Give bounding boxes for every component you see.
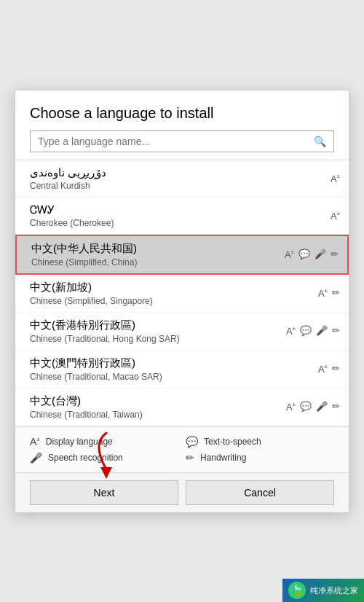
dialog-title: Choose a language to install <box>15 90 349 130</box>
search-bar[interactable]: 🔍 <box>30 130 334 152</box>
lang-subtitle: Chinese (Traditional, Macao SAR) <box>30 372 334 382</box>
font-icon: A± <box>318 287 328 298</box>
font-icon: A± <box>331 210 340 221</box>
language-install-dialog: Choose a language to install 🔍 دۆڕیڕیی ن… <box>15 90 349 513</box>
lang-name: دۆڕیڕیی ناوەندی <box>30 166 334 179</box>
font-icon: A± <box>331 173 340 184</box>
mic-legend-icon: 🎤 <box>30 452 42 464</box>
lang-subtitle: Central Kurdish <box>30 181 334 191</box>
legend-item-display-lang: A±Display language <box>30 436 178 447</box>
legend-item-handwriting: ✏Handwriting <box>186 452 334 464</box>
handwriting-icon: ✏ <box>331 249 339 259</box>
font-icon: A± <box>286 401 296 412</box>
lang-name: 中文(澳門特別行政區) <box>30 356 334 370</box>
lang-item-chinese-simplified-china[interactable]: 中文(中华人民共和国)Chinese (Simplified, China)A±… <box>15 235 349 275</box>
lang-icons: A± <box>331 173 340 184</box>
language-list: دۆڕیڕیی ناوەندیCentral KurdishA±ᏣᎳᎩChero… <box>15 160 349 426</box>
watermark-icon: 🍃 <box>288 582 306 599</box>
legend-label-speech-recognition: Speech recognition <box>48 453 123 463</box>
lang-item-cherokee[interactable]: ᏣᎳᎩCherokee (Cherokee)A± <box>15 198 349 235</box>
speech-icon: 💬 <box>300 325 312 336</box>
lang-item-chinese-traditional-taiwan[interactable]: 中文(台灣)Chinese (Traditional, Taiwan)A±💬🎤✏ <box>15 388 349 426</box>
handwriting-icon: ✏ <box>332 401 340 412</box>
mic-icon: 🎤 <box>316 325 328 336</box>
footer: Next Cancel <box>15 472 349 512</box>
legend-label-handwriting: Handwriting <box>200 453 246 463</box>
lang-icons: A±✏ <box>318 363 340 374</box>
search-input[interactable] <box>38 136 314 147</box>
legend-label-text-to-speech: Text-to-speech <box>204 437 261 447</box>
cancel-button[interactable]: Cancel <box>186 480 334 505</box>
lang-icons: A±💬🎤✏ <box>285 249 339 259</box>
handwriting-icon: ✏ <box>332 325 340 336</box>
legend-label-display-lang: Display language <box>46 437 113 447</box>
font-legend-icon: A± <box>30 436 40 447</box>
lang-icons: A±💬🎤✏ <box>286 401 340 412</box>
lang-subtitle: Cherokee (Cherokee) <box>30 218 334 228</box>
lang-subtitle: Chinese (Simplified, Singapore) <box>30 296 334 306</box>
lang-item-chinese-traditional-hk[interactable]: 中文(香港特別行政區)Chinese (Traditional, Hong Ko… <box>15 313 349 351</box>
lang-icons: A±✏ <box>318 287 340 298</box>
search-icon: 🔍 <box>314 136 326 147</box>
legend-item-text-to-speech: 💬Text-to-speech <box>186 436 334 447</box>
lang-name: ᏣᎳᎩ <box>30 203 334 216</box>
font-icon: A± <box>318 363 328 374</box>
lang-name: 中文(新加坡) <box>30 281 334 294</box>
speech-icon: 💬 <box>298 249 310 259</box>
legend: A±Display language💬Text-to-speech🎤Speech… <box>15 426 349 472</box>
handwriting-icon: ✏ <box>332 363 340 374</box>
next-button[interactable]: Next <box>30 480 178 505</box>
handwriting-legend-icon: ✏ <box>186 452 194 464</box>
font-icon: A± <box>285 249 294 259</box>
lang-item-chinese-simplified-singapore[interactable]: 中文(新加坡)Chinese (Simplified, Singapore)A±… <box>15 275 349 313</box>
watermark-text: 纯净系统之家 <box>310 585 358 596</box>
lang-icons: A±💬🎤✏ <box>286 325 340 336</box>
legend-item-speech-recognition: 🎤Speech recognition <box>30 452 178 464</box>
mic-icon: 🎤 <box>316 401 328 412</box>
lang-item-chinese-traditional-macao[interactable]: 中文(澳門特別行政區)Chinese (Traditional, Macao S… <box>15 351 349 388</box>
speech-icon: 💬 <box>300 401 312 412</box>
handwriting-icon: ✏ <box>332 287 340 298</box>
font-icon: A± <box>286 325 296 336</box>
mic-icon: 🎤 <box>314 249 326 259</box>
watermark: 🍃 纯净系统之家 <box>282 579 364 602</box>
lang-item-central-kurdish[interactable]: دۆڕیڕیی ناوەندیCentral KurdishA± <box>15 160 349 198</box>
speech-legend-icon: 💬 <box>186 436 198 447</box>
lang-icons: A± <box>331 210 340 221</box>
